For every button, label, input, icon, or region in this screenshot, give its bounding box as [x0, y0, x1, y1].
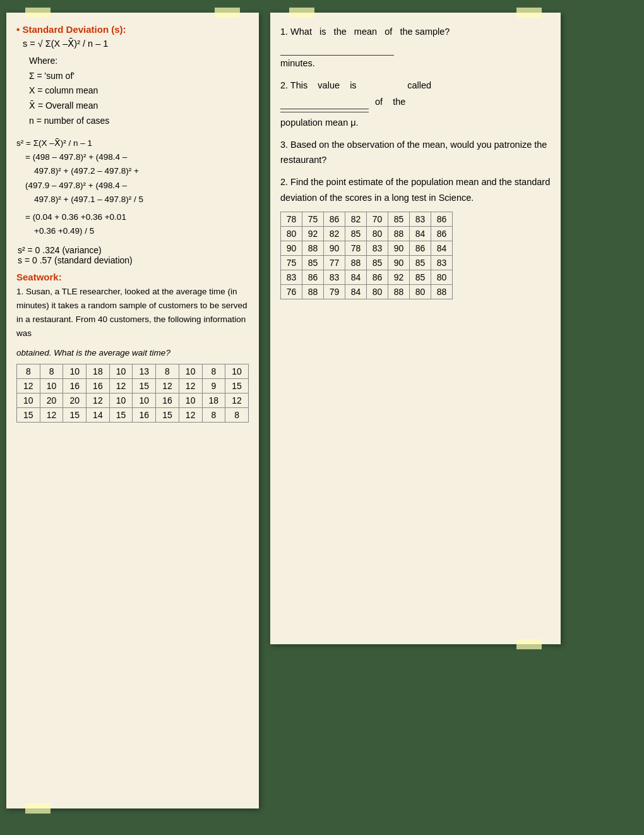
var-line-6: = (0.04 + 0.36 +0.36 +0.01	[25, 210, 249, 224]
q2-of-the: of the	[375, 94, 405, 110]
var-line-4: 497.8)² + (497.1 – 497.8)² / 5	[34, 193, 249, 207]
q2-second-line: of the	[280, 93, 551, 110]
where-item-3: n = number of cases	[29, 114, 249, 129]
q1-section: 1. What is the mean of the sample? minut…	[280, 24, 551, 71]
where-item-2: X̄ = Overall mean	[29, 99, 249, 114]
var-line-2: 497.8)² + (497.2 – 497.8)² +	[34, 164, 249, 178]
q3-label: 3. Based on the observation of the mean,…	[280, 137, 551, 168]
q1-blank	[280, 40, 394, 56]
var-line-7: +0.36 +0.49) / 5	[34, 224, 249, 238]
scores-table: 7875868270858386 8092828580888486 908890…	[280, 212, 453, 299]
table-row: 8386838486928580	[281, 270, 453, 285]
tape-bottom-right	[516, 639, 542, 649]
seatwork-q1-italic: obtained. What is the average wait time?	[16, 346, 249, 360]
where-section: Where: Σ = 'sum of' X = column mean X̄ =…	[16, 54, 249, 129]
variance-section: s² = Σ(X –X̄)² / n – 1 = (498 – 497.8)² …	[16, 136, 249, 239]
seatwork-title: Seatwork:	[16, 272, 249, 282]
table-row: 7875868270858386	[281, 212, 453, 227]
tape-top-right-right	[516, 8, 542, 18]
q-find-section: 2. Find the point estimate of the popula…	[280, 174, 551, 205]
q1-unit: minutes.	[280, 56, 551, 71]
q3-section: 3. Based on the observation of the mean,…	[280, 137, 551, 168]
where-item-0: Σ = 'sum of'	[29, 69, 249, 84]
table-row: 8092828580888486	[281, 227, 453, 241]
q2-text: 2. This value is called	[280, 78, 551, 93]
tape-top-left	[25, 8, 51, 18]
std-dev-title: • Standard Deviation (s):	[16, 24, 249, 35]
var-line-1: = (498 – 497.8)² + (498.4 –	[25, 150, 249, 164]
table-row: 151215141516151288	[17, 407, 249, 422]
q2-blank	[280, 93, 369, 110]
variance-result2: s = 0 .57 (standard deviation)	[18, 255, 249, 265]
table-row: 8810181013810810	[17, 364, 249, 378]
q1-label: 1. What is the mean of the sample?	[280, 27, 450, 53]
q-find-label: 2. Find the point estimate of the popula…	[280, 174, 551, 205]
seatwork-table: 8810181013810810 1210161612151212915 102…	[16, 364, 249, 423]
tape-top-right	[215, 8, 240, 18]
where-label: Where:	[29, 54, 249, 69]
left-paper: • Standard Deviation (s): s = √ Σ(X –X̄)…	[6, 13, 259, 808]
q2-population: population mean μ.	[280, 115, 551, 131]
table-row: 10202012101016101812	[17, 393, 249, 407]
table-row: 1210161612151212915	[17, 378, 249, 393]
var-line-0: s² = Σ(X –X̄)² / n – 1	[16, 136, 249, 150]
table-row: 7688798480888088	[281, 285, 453, 299]
var-line-3: (497.9 – 497.8)² + (498.4 –	[25, 179, 249, 193]
tape-bottom-left	[25, 803, 51, 814]
variance-result1: s² = 0 .324 (variance)	[18, 245, 249, 255]
table-row: 9088907883908684	[281, 241, 453, 256]
table-row: 7585778885908583	[281, 256, 453, 270]
q2-section: 2. This value is called of the populatio…	[280, 78, 551, 131]
seatwork-q1-intro: 1. Susan, a TLE researcher, looked at th…	[16, 285, 249, 341]
where-item-1: X = column mean	[29, 83, 249, 99]
formula1: s = √ Σ(X –X̄)² / n – 1	[23, 37, 249, 51]
q1-text: 1. What is the mean of the sample?	[280, 24, 551, 56]
q2-line	[280, 112, 369, 112]
tape-top-left-right	[289, 8, 314, 18]
right-paper: 1. What is the mean of the sample? minut…	[270, 13, 561, 644]
